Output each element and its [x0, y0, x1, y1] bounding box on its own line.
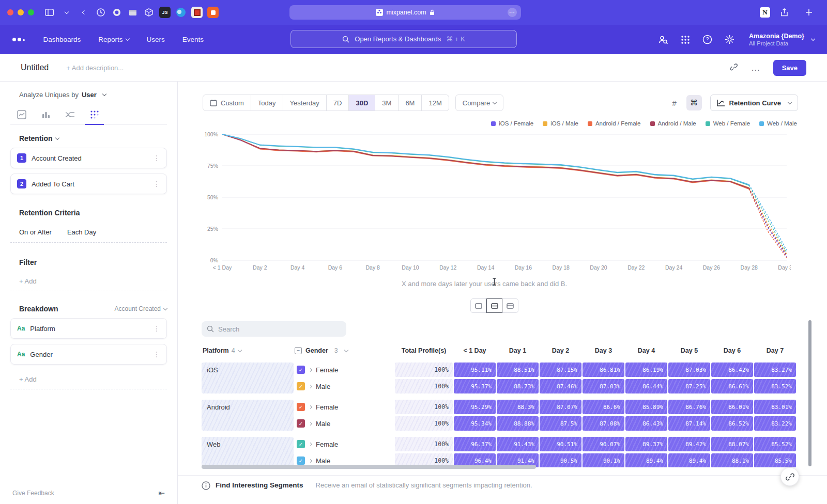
- table-header-total-profiles[interactable]: Total Profile(s): [395, 347, 453, 354]
- chevron-right-icon[interactable]: [309, 442, 312, 446]
- retention-value-cell[interactable]: 91.43%: [497, 437, 539, 451]
- retention-value-cell[interactable]: 88.88%: [497, 416, 539, 431]
- range-button-3m[interactable]: 3M: [375, 94, 399, 111]
- retention-value-cell[interactable]: 86.81%: [583, 363, 624, 377]
- retention-step-added-to-cart[interactable]: 2Added To Cart⋮: [10, 174, 167, 194]
- chevron-right-icon[interactable]: [309, 405, 312, 408]
- criteria-each-day[interactable]: Each Day: [67, 228, 96, 236]
- breakdown-applies-to-selector[interactable]: Account Created: [115, 305, 167, 312]
- retention-value-cell[interactable]: 85.89%: [625, 400, 667, 414]
- retention-value-cell[interactable]: 83.22%: [754, 416, 796, 431]
- table-only-view-button[interactable]: [502, 298, 518, 313]
- compare-button[interactable]: Compare: [455, 94, 503, 111]
- history-icon[interactable]: [95, 7, 106, 18]
- table-header-gender[interactable]: –Gender3: [295, 347, 394, 354]
- retention-value-cell[interactable]: 90.51%: [540, 437, 581, 451]
- kebab-menu-icon[interactable]: ⋮: [153, 350, 160, 358]
- retention-value-cell[interactable]: 86.43%: [625, 416, 667, 431]
- retention-value-cell[interactable]: 88.73%: [497, 379, 539, 393]
- retention-value-cell[interactable]: 86.6%: [583, 400, 624, 414]
- retention-section-title[interactable]: Retention: [19, 134, 167, 143]
- range-button-yesterday[interactable]: Yesterday: [283, 94, 327, 111]
- horizontal-scrollbar-thumb[interactable]: [202, 465, 536, 469]
- retention-value-cell[interactable]: 86.61%: [711, 379, 753, 393]
- retention-value-cell[interactable]: 90.07%: [583, 437, 624, 451]
- tab-insights[interactable]: [10, 105, 33, 124]
- range-button-30d[interactable]: 30D: [349, 94, 375, 111]
- tab-flows[interactable]: [59, 105, 81, 124]
- retention-value-cell[interactable]: 87.15%: [540, 363, 581, 377]
- kebab-menu-icon[interactable]: ⋮: [153, 324, 160, 333]
- package-icon[interactable]: [127, 7, 139, 18]
- kebab-menu-icon[interactable]: ⋮: [153, 180, 160, 188]
- indeterminate-checkbox[interactable]: –: [295, 347, 302, 354]
- retention-value-cell[interactable]: 95.11%: [454, 363, 496, 377]
- retention-value-cell[interactable]: 88.07%: [711, 437, 753, 451]
- sidebar-toggle-icon[interactable]: [42, 6, 56, 19]
- table-header-day-column[interactable]: Day 1: [497, 347, 539, 354]
- gender-cell[interactable]: ✓Male: [295, 416, 394, 431]
- report-title[interactable]: Untitled: [21, 63, 49, 72]
- retention-value-cell[interactable]: 86.52%: [711, 416, 753, 431]
- table-header-day-column[interactable]: Day 5: [668, 347, 710, 354]
- retention-value-cell[interactable]: 96.37%: [454, 437, 496, 451]
- apps-grid-icon[interactable]: [681, 35, 690, 44]
- add-filter-button[interactable]: + Add: [10, 272, 167, 291]
- cube-icon[interactable]: [143, 7, 155, 18]
- legend-item[interactable]: Web / Male: [759, 120, 797, 127]
- table-search[interactable]: [202, 321, 346, 337]
- horizontal-scrollbar[interactable]: [202, 465, 799, 469]
- legend-item[interactable]: Android / Male: [650, 120, 696, 127]
- chart-only-view-button[interactable]: [470, 298, 486, 313]
- total-profiles-cell[interactable]: 100%: [395, 437, 453, 451]
- retention-value-cell[interactable]: 87.03%: [668, 363, 710, 377]
- chevron-right-icon[interactable]: [309, 459, 312, 462]
- table-header-platform[interactable]: Platform4: [202, 347, 294, 354]
- settings-gear-icon[interactable]: [725, 35, 734, 44]
- retention-value-cell[interactable]: 95.37%: [454, 379, 496, 393]
- total-profiles-cell[interactable]: 100%: [395, 379, 453, 393]
- kebab-menu-icon[interactable]: ⋮: [153, 154, 160, 162]
- retention-value-cell[interactable]: 95.29%: [454, 400, 496, 414]
- retention-value-cell[interactable]: 89.37%: [625, 437, 667, 451]
- chevron-down-icon[interactable]: [60, 6, 73, 19]
- notion-extension-icon[interactable]: N: [760, 7, 770, 18]
- retention-value-cell[interactable]: 85.52%: [754, 437, 796, 451]
- nav-item-dashboards[interactable]: Dashboards: [43, 36, 81, 43]
- window-controls[interactable]: [7, 9, 34, 15]
- share-icon[interactable]: [777, 6, 791, 19]
- nav-item-reports[interactable]: Reports: [98, 36, 129, 43]
- table-header-day-column[interactable]: Day 4: [625, 347, 667, 354]
- total-profiles-cell[interactable]: 100%: [395, 400, 453, 414]
- new-tab-icon[interactable]: [802, 6, 816, 19]
- nav-item-events[interactable]: Events: [182, 36, 204, 43]
- series-checkbox[interactable]: ✓: [297, 366, 305, 374]
- chevron-right-icon[interactable]: [309, 384, 312, 388]
- target-icon[interactable]: [111, 7, 122, 18]
- annotations-icon[interactable]: #: [667, 95, 682, 111]
- retention-value-cell[interactable]: 83.27%: [754, 363, 796, 377]
- chart-type-selector[interactable]: Retention Curve: [710, 94, 798, 111]
- tab-funnels[interactable]: [35, 105, 57, 124]
- retention-value-cell[interactable]: 86.01%: [711, 400, 753, 414]
- vertical-scrollbar[interactable]: [808, 320, 811, 466]
- platform-cell[interactable]: Android: [202, 400, 294, 431]
- analyze-value[interactable]: User: [82, 91, 97, 99]
- project-switcher[interactable]: Amazonia {Demo} All Project Data: [749, 33, 815, 47]
- retention-value-cell[interactable]: 87.14%: [668, 416, 710, 431]
- legend-item[interactable]: Android / Female: [588, 120, 641, 127]
- add-breakdown-button[interactable]: + Add: [10, 370, 167, 389]
- retention-value-cell[interactable]: 86.42%: [711, 363, 753, 377]
- series-checkbox[interactable]: ✓: [297, 382, 305, 390]
- save-button[interactable]: Save: [773, 60, 806, 76]
- back-icon[interactable]: [78, 6, 91, 19]
- red-app-icon[interactable]: [191, 7, 203, 18]
- platform-cell[interactable]: iOS: [202, 363, 294, 393]
- retention-value-cell[interactable]: 87.03%: [583, 379, 624, 393]
- table-header-day-column[interactable]: < 1 Day: [454, 347, 496, 354]
- series-checkbox[interactable]: ✓: [297, 419, 305, 428]
- retention-value-cell[interactable]: 87.46%: [540, 379, 581, 393]
- total-profiles-cell[interactable]: 100%: [395, 416, 453, 431]
- retention-value-cell[interactable]: 88.3%: [497, 400, 539, 414]
- gender-cell[interactable]: ✓Male: [295, 379, 394, 393]
